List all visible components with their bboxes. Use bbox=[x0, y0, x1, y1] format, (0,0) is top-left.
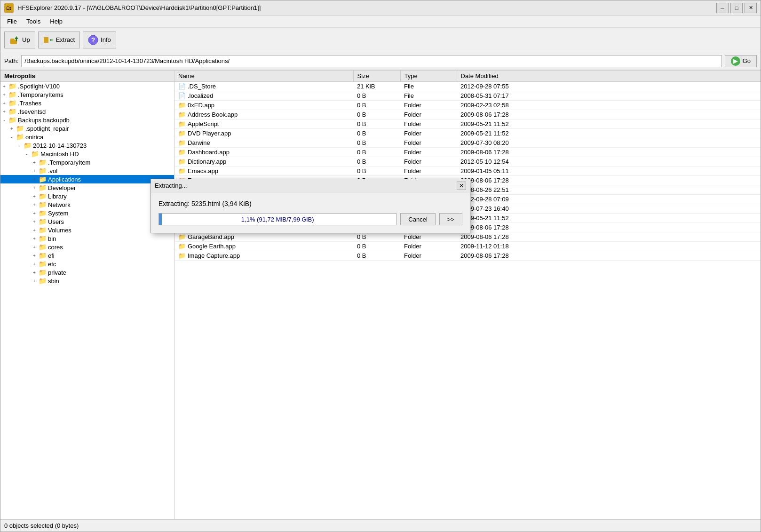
maximize-button[interactable]: □ bbox=[730, 3, 743, 13]
tree-label: 2012-10-14-130723 bbox=[33, 142, 87, 149]
tree-toggle[interactable]: + bbox=[31, 226, 38, 234]
table-row[interactable]: 📁 Darwine 0 B Folder 2009-07-30 08:20 bbox=[174, 138, 761, 148]
tree-item[interactable]: +📁.Trashes bbox=[0, 99, 174, 107]
table-row[interactable]: 📁 AppleScript 0 B Folder 2009-05-21 11:5… bbox=[174, 119, 761, 129]
tree-toggle[interactable]: + bbox=[0, 108, 8, 115]
tree-label: sbin bbox=[48, 278, 59, 285]
file-type-cell: Folder bbox=[400, 148, 457, 157]
folder-icon: 📁 bbox=[38, 277, 47, 285]
tree-item[interactable]: +📁Users bbox=[0, 217, 174, 226]
table-row[interactable]: 📄 .localized 0 B File 2008-05-31 07:17 bbox=[174, 91, 761, 101]
tree-item[interactable]: +📁.spotlight_repair bbox=[0, 124, 174, 133]
menu-file[interactable]: File bbox=[2, 16, 22, 26]
tree-toggle[interactable]: + bbox=[31, 269, 38, 276]
extracting-dialog[interactable]: Extracting... ✕ Extracting: 5235.html (3… bbox=[151, 179, 470, 233]
extract-button[interactable]: Extract bbox=[38, 32, 80, 48]
tree-toggle[interactable]: + bbox=[31, 159, 38, 166]
file-size-cell: 21 KiB bbox=[353, 82, 400, 91]
dialog-close-button[interactable]: ✕ bbox=[457, 182, 466, 190]
tree-toggle[interactable]: - bbox=[16, 142, 23, 149]
tree-toggle[interactable]: + bbox=[31, 243, 38, 251]
tree-label: .TemporaryItem bbox=[48, 159, 90, 166]
tree-item[interactable]: +📁Applications bbox=[0, 175, 174, 183]
tree-toggle[interactable]: + bbox=[31, 184, 38, 191]
tree-toggle[interactable]: - bbox=[8, 133, 16, 141]
tree-toggle[interactable]: + bbox=[0, 82, 8, 90]
tree-item[interactable]: +📁private bbox=[0, 268, 174, 277]
tree-label: System bbox=[48, 210, 68, 217]
tree-container: +📁.Spotlight-V100+📁.TemporaryItems+📁.Tra… bbox=[0, 82, 174, 285]
file-name-cell: 📁 Emacs.app bbox=[174, 167, 353, 176]
tree-item[interactable]: -📁Macintosh HD bbox=[0, 150, 174, 158]
col-header-type[interactable]: Type bbox=[400, 71, 457, 82]
tree-toggle[interactable]: + bbox=[31, 277, 38, 285]
tree-item[interactable]: +📁Volumes bbox=[0, 226, 174, 234]
folder-icon: 📁 bbox=[38, 159, 47, 166]
table-row[interactable]: 📁 Google Earth.app 0 B Folder 2009-11-12… bbox=[174, 242, 761, 251]
progress-bar-container: 1,1% (91,72 MiB/7,99 GiB) bbox=[159, 213, 396, 225]
tree-toggle[interactable]: + bbox=[31, 209, 38, 217]
tree-toggle[interactable]: + bbox=[31, 235, 38, 242]
tree-item[interactable]: +📁Network bbox=[0, 200, 174, 209]
table-row[interactable]: 📁 DVD Player.app 0 B Folder 2009-05-21 1… bbox=[174, 129, 761, 138]
up-button[interactable]: Up bbox=[4, 32, 35, 48]
tree-toggle[interactable]: + bbox=[31, 201, 38, 208]
tree-toggle[interactable]: + bbox=[31, 252, 38, 259]
file-panel[interactable]: Name Size Type Date Modified 📄 .DS_Store… bbox=[174, 71, 761, 519]
tree-toggle[interactable]: + bbox=[31, 192, 38, 200]
col-header-name[interactable]: Name bbox=[174, 71, 353, 82]
folder-icon: 📁 bbox=[23, 142, 32, 149]
tree-item[interactable]: +📁.vol bbox=[0, 167, 174, 175]
tree-scroll[interactable]: Metropolis +📁.Spotlight-V100+📁.Temporary… bbox=[0, 71, 174, 519]
col-header-size[interactable]: Size bbox=[353, 71, 400, 82]
table-row[interactable]: 📁 GarageBand.app 0 B Folder 2009-08-06 1… bbox=[174, 232, 761, 242]
tree-item[interactable]: -📁Backups.backupdb bbox=[0, 116, 174, 124]
tree-toggle[interactable]: + bbox=[31, 218, 38, 225]
cancel-button[interactable]: Cancel bbox=[400, 213, 435, 225]
file-date-cell: 2009-11-12 01:18 bbox=[457, 242, 761, 251]
table-row[interactable]: 📁 0xED.app 0 B Folder 2009-02-23 02:58 bbox=[174, 101, 761, 110]
details-button[interactable]: >> bbox=[439, 213, 462, 225]
tree-item[interactable]: +📁cores bbox=[0, 243, 174, 251]
tree-toggle[interactable]: + bbox=[31, 167, 38, 175]
go-button[interactable]: ▶ Go bbox=[725, 55, 757, 67]
table-row[interactable]: 📁 Dashboard.app 0 B Folder 2009-08-06 17… bbox=[174, 148, 761, 157]
tree-toggle[interactable]: + bbox=[0, 91, 8, 98]
tree-toggle[interactable]: - bbox=[0, 116, 8, 124]
tree-item[interactable]: -📁2012-10-14-130723 bbox=[0, 141, 174, 150]
path-input[interactable] bbox=[21, 55, 721, 67]
go-icon: ▶ bbox=[731, 56, 740, 66]
tree-item[interactable]: +📁etc bbox=[0, 260, 174, 268]
tree-toggle[interactable]: + bbox=[31, 175, 38, 183]
table-row[interactable]: 📁 Address Book.app 0 B Folder 2009-08-06… bbox=[174, 110, 761, 119]
table-row[interactable]: 📁 Emacs.app 0 B Folder 2009-01-05 05:11 bbox=[174, 167, 761, 176]
tree-item[interactable]: +📁bin bbox=[0, 234, 174, 243]
progress-bar-fill bbox=[159, 214, 162, 225]
tree-item[interactable]: +📁.fseventsd bbox=[0, 107, 174, 116]
file-size-cell: 0 B bbox=[353, 251, 400, 261]
col-header-date[interactable]: Date Modified bbox=[457, 71, 761, 82]
minimize-button[interactable]: ─ bbox=[716, 3, 729, 13]
tree-item[interactable]: +📁System bbox=[0, 209, 174, 217]
tree-item[interactable]: +📁.Spotlight-V100 bbox=[0, 82, 174, 90]
tree-item[interactable]: +📁efi bbox=[0, 251, 174, 260]
tree-item[interactable]: -📁onirica bbox=[0, 133, 174, 141]
dialog-title: Extracting... bbox=[155, 182, 457, 189]
close-button[interactable]: ✕ bbox=[745, 3, 757, 13]
tree-toggle[interactable]: - bbox=[23, 150, 31, 158]
info-button[interactable]: ? Info bbox=[83, 32, 116, 48]
table-row[interactable]: 📄 .DS_Store 21 KiB File 2012-09-28 07:55 bbox=[174, 82, 761, 91]
tree-toggle[interactable]: + bbox=[31, 260, 38, 268]
tree-toggle[interactable]: + bbox=[8, 125, 16, 132]
tree-item[interactable]: +📁Developer bbox=[0, 183, 174, 192]
tree-item[interactable]: +📁Library bbox=[0, 192, 174, 200]
menu-tools[interactable]: Tools bbox=[22, 16, 45, 26]
table-row[interactable]: 📁 Dictionary.app 0 B Folder 2012-05-10 1… bbox=[174, 157, 761, 167]
table-row[interactable]: 📁 Image Capture.app 0 B Folder 2009-08-0… bbox=[174, 251, 761, 261]
tree-item[interactable]: +📁.TemporaryItem bbox=[0, 158, 174, 167]
tree-item[interactable]: +📁.TemporaryItems bbox=[0, 90, 174, 99]
menu-help[interactable]: Help bbox=[45, 16, 67, 26]
tree-toggle[interactable]: + bbox=[0, 99, 8, 107]
tree-item[interactable]: +📁sbin bbox=[0, 277, 174, 285]
tree-label: private bbox=[48, 269, 66, 276]
